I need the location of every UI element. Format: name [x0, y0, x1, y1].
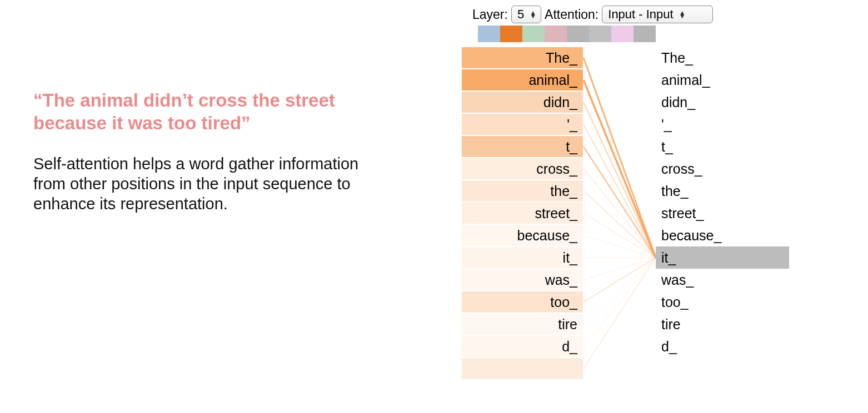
- source-token[interactable]: it_: [461, 246, 583, 269]
- source-token[interactable]: cross_: [461, 158, 583, 180]
- attention-line: [583, 258, 656, 302]
- layer-select[interactable]: 5 ▲▼: [511, 6, 541, 23]
- head-swatch-7[interactable]: [633, 26, 656, 42]
- target-token[interactable]: d_: [656, 335, 767, 357]
- source-token[interactable]: because_: [461, 224, 583, 246]
- target-token[interactable]: because_: [656, 224, 767, 246]
- layer-label: Layer:: [472, 7, 508, 22]
- attention-line: [583, 58, 656, 258]
- target-token-column: The_animal_didn_'_t_cross_the_street_bec…: [656, 47, 767, 357]
- stepper-icon: ▲▼: [530, 11, 536, 18]
- head-swatch-1[interactable]: [500, 26, 522, 42]
- head-color-swatches: [428, 26, 850, 42]
- attention-line: [583, 80, 656, 258]
- attention-visualization: Layer: 5 ▲▼ Attention: Input - Input ▲▼ …: [428, 6, 850, 402]
- target-token[interactable]: animal_: [656, 69, 767, 91]
- explanation-text: Self-attention helps a word gather infor…: [33, 154, 378, 214]
- attention-lines: [583, 47, 656, 402]
- attention-line: [583, 235, 656, 258]
- example-sentence: “The animal didn’t cross the street beca…: [33, 89, 378, 135]
- source-token[interactable]: didn_: [461, 91, 583, 113]
- source-token-column: The_animal_didn_'_t_cross_the_street_bec…: [461, 47, 583, 380]
- attention-line: [583, 124, 656, 258]
- head-swatch-2[interactable]: [522, 26, 545, 42]
- source-token[interactable]: The_: [461, 47, 583, 69]
- target-token[interactable]: tire: [656, 313, 767, 335]
- head-swatch-0[interactable]: [478, 26, 500, 42]
- target-token[interactable]: didn_: [656, 91, 767, 113]
- source-token[interactable]: tire: [461, 313, 583, 335]
- stepper-icon: ▲▼: [679, 11, 686, 18]
- source-token[interactable]: d_: [461, 335, 583, 357]
- viz-controls: Layer: 5 ▲▼ Attention: Input - Input ▲▼: [428, 6, 850, 23]
- layer-value: 5: [517, 7, 524, 22]
- attention-label: Attention:: [545, 7, 598, 22]
- source-token[interactable]: animal_: [461, 69, 583, 91]
- head-swatch-3[interactable]: [545, 26, 567, 42]
- target-token[interactable]: too_: [656, 291, 767, 313]
- target-token[interactable]: cross_: [656, 158, 767, 180]
- attention-line: [583, 102, 656, 258]
- target-token[interactable]: street_: [656, 202, 767, 224]
- target-token[interactable]: it_: [656, 246, 789, 269]
- attention-line: [583, 258, 656, 324]
- attention-select[interactable]: Input - Input ▲▼: [602, 6, 713, 23]
- head-swatch-5[interactable]: [589, 26, 611, 42]
- attention-line: [583, 258, 656, 369]
- attention-line: [583, 258, 656, 346]
- source-token[interactable]: too_: [461, 291, 583, 313]
- source-token[interactable]: the_: [461, 180, 583, 202]
- head-swatch-4[interactable]: [567, 26, 589, 42]
- source-token[interactable]: t_: [461, 135, 583, 158]
- target-token[interactable]: the_: [656, 180, 767, 202]
- attention-value: Input - Input: [608, 7, 673, 22]
- source-token[interactable]: was_: [461, 269, 583, 291]
- source-token[interactable]: street_: [461, 202, 583, 224]
- attention-line: [583, 258, 656, 280]
- source-token[interactable]: [461, 357, 583, 380]
- target-token[interactable]: The_: [656, 47, 767, 69]
- target-token[interactable]: was_: [656, 269, 767, 291]
- target-token[interactable]: '_: [656, 113, 767, 135]
- attention-line: [583, 169, 656, 258]
- target-token[interactable]: t_: [656, 135, 767, 158]
- head-swatch-6[interactable]: [611, 26, 633, 42]
- attention-line: [583, 147, 656, 258]
- source-token[interactable]: '_: [461, 113, 583, 135]
